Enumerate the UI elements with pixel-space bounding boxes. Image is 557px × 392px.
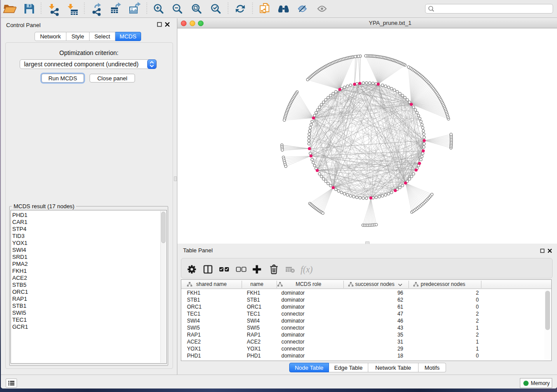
svg-text:f(x): f(x) bbox=[301, 265, 313, 275]
